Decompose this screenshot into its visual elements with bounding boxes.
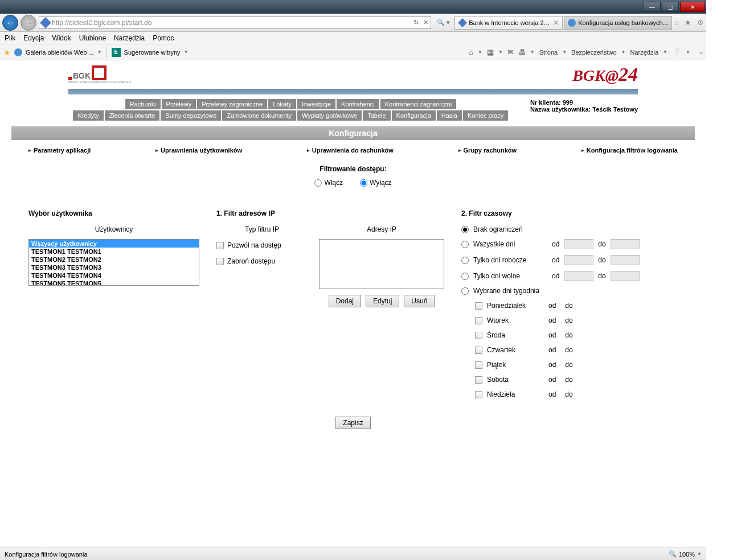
refresh-icon[interactable]: ↻ xyxy=(413,19,419,26)
nav-inwestycje[interactable]: Inwestycje xyxy=(297,99,335,109)
user-option[interactable]: TESTMON2 TESTMON2 xyxy=(29,256,199,263)
time-opt-robocze[interactable]: Tylko dni roboczeoddo xyxy=(461,255,678,265)
browser-tabs: Bank w Internecie wersja 2.2... ✕ Konfig… xyxy=(454,16,672,30)
nav-koniec[interactable]: Koniec pracy xyxy=(463,110,509,121)
feeds-icon[interactable]: ▦ xyxy=(487,48,494,56)
fav-sugerowane[interactable]: Sugerowane witryny xyxy=(124,49,181,56)
user-listbox[interactable]: Wszyscy użytkownicy TESTMON1 TESTMON1 TE… xyxy=(28,239,199,286)
home-icon[interactable]: ⌂ xyxy=(674,18,679,27)
cmd-narzedzia[interactable]: Narzędzia xyxy=(630,49,659,56)
nav-sumy[interactable]: Sumy depozytowe xyxy=(161,110,221,121)
subnav-uprawnienia-rach[interactable]: ▸Uprawnienia do rachunków xyxy=(307,147,394,154)
day-sob[interactable]: Sobotaoddo xyxy=(475,376,678,384)
nav-wyplaty[interactable]: Wypłaty gotówkowe xyxy=(297,110,362,121)
menu-pomoc[interactable]: Pomoc xyxy=(153,34,174,42)
nav-kontrahenci[interactable]: Kontrahenci xyxy=(337,99,379,109)
menu-ulubione[interactable]: Ulubione xyxy=(79,34,106,42)
menu-plik[interactable]: Plik xyxy=(5,34,15,42)
user-option[interactable]: TESTMON1 TESTMON1 xyxy=(29,248,199,256)
subnav-parametry[interactable]: ▸Parametry aplikacji xyxy=(28,147,91,154)
nav-lokaty[interactable]: Lokaty xyxy=(268,99,296,109)
col3-head: 2. Filtr czasowy xyxy=(461,209,678,217)
url-input[interactable] xyxy=(52,19,411,27)
user-option[interactable]: TESTMON3 TESTMON3 xyxy=(29,263,199,271)
nav-tabele[interactable]: Tabele xyxy=(363,110,390,121)
forward-button[interactable]: → xyxy=(21,15,36,31)
time-opt-wybrane[interactable]: Wybrane dni tygodnia xyxy=(461,287,678,295)
subnav-grupy[interactable]: ▸Grupy rachunków xyxy=(458,147,517,154)
fav-galeria[interactable]: Galeria obiektów Web ... xyxy=(26,49,94,56)
home-cmd-icon[interactable]: ⌂ xyxy=(469,48,473,56)
minimize-button[interactable]: — xyxy=(644,2,661,12)
nav-przelewy[interactable]: Przelewy xyxy=(162,99,196,109)
sub-nav: ▸Parametry aplikacji ▸Uprawnienia użytko… xyxy=(28,147,678,154)
col2-head: 1. Filtr adresów IP xyxy=(216,209,444,217)
day-czw[interactable]: Czwartekoddo xyxy=(475,346,678,354)
favorites-icon[interactable]: ★ xyxy=(685,18,691,27)
do-input[interactable] xyxy=(611,255,640,265)
cmd-strona[interactable]: Strona xyxy=(539,49,558,56)
search-icon[interactable]: 🔍 ▾ xyxy=(437,19,450,26)
browser-tab-1[interactable]: Bank w Internecie wersja 2.2... ✕ xyxy=(454,16,563,30)
day-wto[interactable]: Wtorekoddo xyxy=(475,316,678,324)
help-icon[interactable]: ❔ xyxy=(672,48,681,56)
day-sro[interactable]: Środaoddo xyxy=(475,331,678,339)
maximize-button[interactable]: ◻ xyxy=(662,2,679,12)
chk-zabron[interactable]: Zabroń dostępu xyxy=(216,257,308,265)
cmd-bezpieczenstwo[interactable]: Bezpieczeństwo xyxy=(571,49,617,56)
mail-icon[interactable]: ✉ xyxy=(507,48,514,56)
do-input[interactable] xyxy=(611,239,640,249)
client-info: Nr klienta: 999 Nazwa użytkownika: Teści… xyxy=(530,99,638,113)
address-bar[interactable]: ↻ ✕ xyxy=(39,17,431,29)
od-input[interactable] xyxy=(564,239,593,249)
favorites-bar: ★ Galeria obiektów Web ... ▼ b Sugerowan… xyxy=(0,44,706,60)
time-opt-wolne[interactable]: Tylko dni wolneoddo xyxy=(461,271,678,281)
od-input[interactable] xyxy=(564,271,593,281)
print-icon[interactable]: 🖶 xyxy=(518,48,526,56)
user-option[interactable]: TESTMON4 TESTMON4 xyxy=(29,271,199,279)
nav-zamowione[interactable]: Zamówione dokumenty xyxy=(222,110,296,121)
btn-zapisz[interactable]: Zapisz xyxy=(335,417,370,429)
btn-edytuj[interactable]: Edytuj xyxy=(366,295,399,307)
day-pon[interactable]: Poniedziałekoddo xyxy=(475,302,678,310)
time-opt-brak[interactable]: Brak ograniczeń xyxy=(461,225,678,233)
add-favorite-icon[interactable]: ★ xyxy=(3,48,11,57)
day-nie[interactable]: Niedzielaoddo xyxy=(475,390,678,398)
menu-widok[interactable]: Widok xyxy=(52,34,71,42)
btn-dodaj[interactable]: Dodaj xyxy=(329,295,361,307)
tab-favicon xyxy=(458,18,467,27)
stop-icon[interactable]: ✕ xyxy=(423,19,428,26)
nav-przelewy-zagr[interactable]: Przelewy zagraniczne xyxy=(197,99,267,109)
back-button[interactable]: ← xyxy=(2,15,18,31)
subnav-filtry[interactable]: ▸Konfiguracja filtrów logowania xyxy=(581,147,678,154)
day-pia[interactable]: Piątekoddo xyxy=(475,361,678,369)
radio-wlacz[interactable]: Włącz xyxy=(314,179,343,187)
radio-wylacz[interactable]: Wyłącz xyxy=(360,179,392,187)
menu-narzedzia[interactable]: Narzędzia xyxy=(114,34,145,42)
bgk-logo: BGK BANK GOSPODARSTWA KRAJOWEGO xyxy=(68,65,131,84)
od-input[interactable] xyxy=(564,255,593,265)
nav-hasla[interactable]: Hasła xyxy=(437,110,462,121)
btn-usun[interactable]: Usuń xyxy=(404,295,435,307)
nav-kontrahenci-zagr[interactable]: Kontrahenci zagraniczni xyxy=(380,99,456,109)
nav-zlecenia[interactable]: Zlecenia otwarte xyxy=(105,110,160,121)
filter-heading: Filtrowanie dostępu: xyxy=(28,165,678,173)
window-titlebar: — ◻ ✕ xyxy=(0,0,706,14)
user-option[interactable]: Wszyscy użytkownicy xyxy=(29,240,199,248)
tools-icon[interactable]: ⚙ xyxy=(697,18,704,27)
do-input[interactable] xyxy=(611,271,640,281)
nav-kredyty[interactable]: Kredyty xyxy=(73,110,103,121)
tab-close-icon[interactable]: ✕ xyxy=(553,19,559,27)
close-button[interactable]: ✕ xyxy=(680,2,705,12)
chk-pozwol[interactable]: Pozwól na dostęp xyxy=(216,241,308,249)
menu-edycja[interactable]: Edycja xyxy=(23,34,44,42)
user-option[interactable]: TESTMON5 TESTMON5 xyxy=(29,279,199,286)
logo-subtitle: BANK GOSPODARSTWA KRAJOWEGO xyxy=(68,80,131,84)
nav-konfiguracja[interactable]: Konfiguracja xyxy=(392,110,436,121)
subnav-uprawnienia-uz[interactable]: ▸Uprawnienia użytkowników xyxy=(155,147,242,154)
time-opt-wszystkie[interactable]: Wszystkie dnioddo xyxy=(461,239,678,249)
nav-rachunki[interactable]: Rachunki xyxy=(125,99,161,109)
browser-tab-2[interactable]: Konfiguracja usług bankowych... xyxy=(564,16,672,30)
zoom-icon[interactable]: 🔍 xyxy=(669,550,677,558)
ip-textarea[interactable] xyxy=(319,239,444,289)
